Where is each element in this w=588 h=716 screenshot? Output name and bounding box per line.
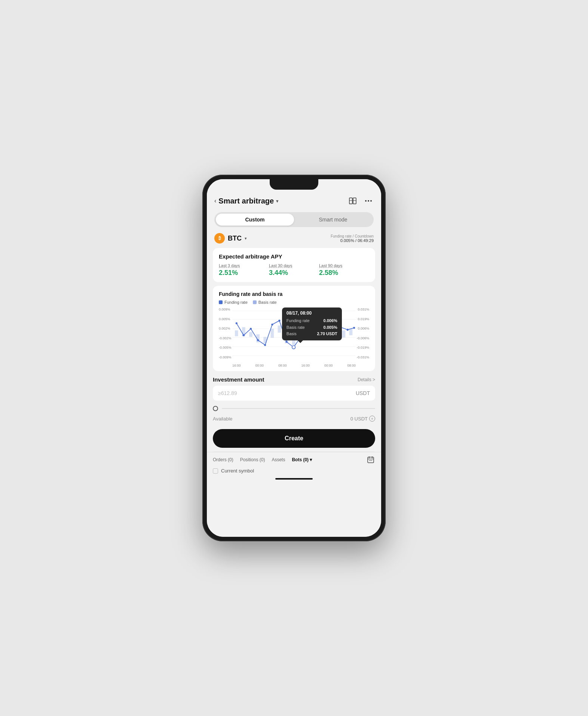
svg-rect-49 (368, 457, 374, 463)
chart-area[interactable]: 0.009% 0.005% 0.002% -0.002% -0.005% -0.… (219, 307, 369, 367)
x-label-4: 16:00 (301, 364, 310, 367)
investment-label: Investment amount (213, 376, 264, 383)
slider-track[interactable] (222, 408, 375, 409)
y-left-3: 0.002% (219, 327, 232, 330)
chart-card: Funding rate and basis ra Funding rate B… (213, 286, 375, 371)
y-left-2: 0.005% (219, 317, 232, 321)
svg-point-48 (292, 346, 295, 349)
apy-90days-value: 2.58% (319, 269, 369, 277)
coin-selector[interactable]: ₿ BTC ▾ (214, 233, 247, 244)
svg-rect-28 (342, 330, 346, 337)
svg-point-34 (264, 344, 266, 346)
tooltip-arrow (298, 340, 303, 343)
legend-dot-basis (253, 300, 257, 304)
svg-point-37 (285, 341, 287, 343)
svg-point-53 (369, 460, 370, 461)
tooltip-basis-rate-value: 0.005% (324, 324, 337, 331)
book-icon[interactable] (347, 196, 358, 206)
calendar-icon[interactable] (366, 455, 375, 464)
create-button[interactable]: Create (213, 429, 375, 448)
apy-card: Expected arbitrage APY Last 3 days 2.51%… (213, 248, 375, 282)
x-label-6: 08:00 (347, 364, 356, 367)
svg-point-54 (370, 460, 371, 461)
svg-point-36 (278, 320, 280, 322)
apy-90days-label: Last 90 days (319, 263, 369, 268)
svg-point-33 (257, 339, 259, 341)
more-icon[interactable] (363, 196, 374, 206)
tooltip-basis-rate-label: Basis rate (287, 324, 305, 331)
investment-input-row[interactable]: ≥612.89 USDT (213, 386, 375, 401)
current-symbol-label: Current symbol (221, 468, 254, 474)
available-row: Available 0 USDT + (213, 413, 375, 424)
btc-icon: ₿ (214, 233, 225, 244)
apy-30days-label: Last 30 days (269, 263, 319, 268)
apy-90days: Last 90 days 2.58% (319, 263, 369, 277)
page-title: Smart arbitrage (218, 197, 274, 205)
mode-tabs: Custom Smart mode (207, 210, 381, 231)
investment-placeholder: ≥612.89 (218, 390, 237, 396)
available-label: Available (213, 416, 233, 422)
coin-name: BTC (228, 235, 242, 242)
svg-point-30 (236, 322, 238, 324)
apy-3days-value: 2.51% (219, 269, 269, 277)
slider-thumb[interactable] (213, 406, 218, 411)
x-label-5: 00:00 (324, 364, 333, 367)
tab-custom[interactable]: Custom (216, 214, 294, 226)
svg-point-55 (371, 460, 372, 461)
tab-assets[interactable]: Assets (272, 457, 285, 462)
title-dropdown-arrow[interactable]: ▾ (276, 198, 279, 204)
available-add-icon[interactable]: + (369, 416, 375, 422)
chart-tooltip: 08/17, 08:00 Funding rate 0.006% Basis r… (282, 307, 342, 340)
slider-row[interactable] (213, 404, 375, 413)
svg-point-6 (370, 200, 372, 202)
svg-point-4 (365, 200, 367, 202)
apy-title: Expected arbitrage APY (219, 253, 369, 260)
current-symbol-row: Current symbol (207, 466, 381, 476)
svg-point-31 (243, 334, 245, 336)
y-left-1: 0.009% (219, 307, 232, 311)
tab-positions[interactable]: Positions (0) (240, 457, 265, 462)
svg-point-47 (353, 327, 355, 329)
y-right-3: 0.006% (358, 327, 369, 330)
funding-info: Funding rate / Countdown 0.005% / 06:49:… (331, 234, 374, 243)
current-symbol-checkbox[interactable] (213, 468, 218, 474)
home-indicator (275, 478, 313, 480)
y-right-4: -0.006% (356, 336, 369, 340)
tab-orders[interactable]: Orders (0) (213, 457, 233, 462)
svg-rect-0 (349, 198, 352, 204)
tooltip-date: 08/17, 08:00 (287, 310, 337, 316)
legend-funding-rate: Funding rate (219, 300, 248, 305)
header-left: ‹ Smart arbitrage ▾ (214, 197, 279, 205)
details-link[interactable]: Details > (358, 377, 375, 382)
investment-currency: USDT (356, 390, 370, 396)
apy-30days: Last 30 days 3.44% (269, 263, 319, 277)
tab-smart[interactable]: Smart mode (294, 214, 372, 226)
apy-3days-label: Last 3 days (219, 263, 269, 268)
header-icons (347, 196, 374, 206)
legend-basis-rate: Basis rate (253, 300, 277, 305)
svg-rect-18 (270, 329, 274, 338)
x-label-3: 08:00 (278, 364, 287, 367)
tooltip-funding-label: Funding rate (287, 318, 310, 324)
tab-bots[interactable]: Bots (0) ▾ (292, 457, 312, 462)
legend-dot-funding (219, 300, 223, 304)
back-icon[interactable]: ‹ (214, 198, 216, 204)
tooltip-basis-label: Basis (287, 331, 297, 337)
chart-title: Funding rate and basis ra (219, 291, 369, 297)
svg-rect-13 (235, 330, 238, 336)
chart-legend: Funding rate Basis rate (219, 300, 369, 305)
tooltip-funding-value: 0.006% (324, 318, 337, 324)
x-label-1: 16:00 (232, 364, 241, 367)
svg-point-46 (347, 329, 349, 331)
tooltip-basis-rate-row: Basis rate 0.005% (287, 324, 337, 331)
x-label-2: 00:00 (255, 364, 264, 367)
svg-rect-19 (278, 325, 281, 333)
y-left-4: -0.002% (219, 336, 232, 340)
funding-value: 0.005% / 06:49:29 (331, 238, 374, 243)
apy-row: Last 3 days 2.51% Last 30 days 3.44% Las… (219, 263, 369, 277)
y-left-6: -0.009% (219, 355, 232, 359)
legend-funding-label: Funding rate (224, 300, 248, 305)
coin-dropdown-arrow: ▾ (245, 236, 247, 241)
investment-header: Investment amount Details > (213, 376, 375, 383)
available-value: 0 USDT (350, 416, 368, 422)
